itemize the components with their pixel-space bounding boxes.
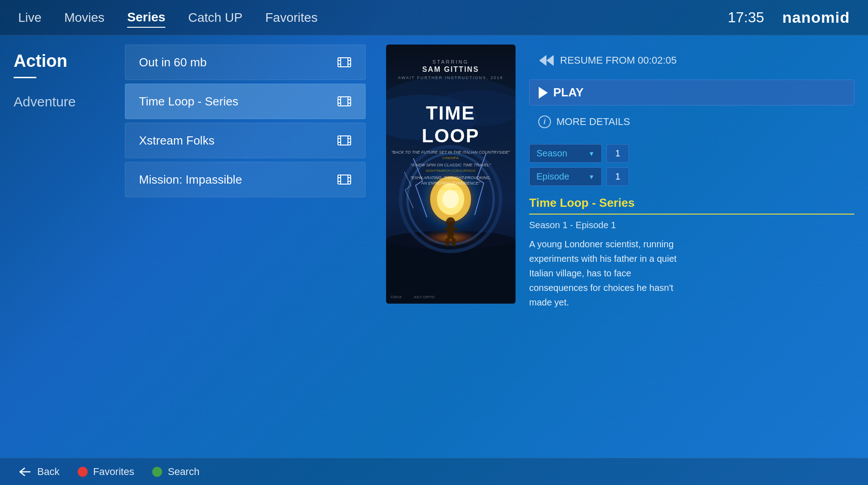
- episode-chevron-icon: ▼: [588, 173, 595, 180]
- green-dot-icon: [152, 467, 162, 477]
- footer-favorites[interactable]: Favorites: [78, 466, 134, 478]
- svg-text:"EXHILARATING, THOUGHT-PROVOKI: "EXHILARATING, THOUGHT-PROVOKING,: [410, 175, 491, 180]
- resume-label: RESUME FROM 00:02:05: [560, 55, 677, 66]
- back-icon: [18, 466, 32, 477]
- film-icon-0: [337, 55, 352, 70]
- more-details-button[interactable]: i MORE DETAILS: [529, 111, 854, 133]
- nav-movies[interactable]: Movies: [64, 8, 104, 27]
- sidebar: Action Adventure: [0, 35, 118, 458]
- nav-series[interactable]: Series: [127, 8, 165, 28]
- footer-search[interactable]: Search: [152, 466, 199, 478]
- poster-container: STARRING SAM GITTINS AWAIT FURTHER INSTR…: [386, 45, 516, 304]
- svg-marker-61: [539, 55, 546, 66]
- play-button[interactable]: PLAY: [529, 80, 854, 105]
- nav-live[interactable]: Live: [18, 8, 41, 27]
- svg-rect-45: [446, 238, 449, 246]
- footer: Back Favorites Search: [0, 458, 868, 485]
- svg-text:TIME: TIME: [426, 102, 475, 124]
- details-panel: RESUME FROM 00:02:05 PLAY i MORE DETAILS…: [529, 45, 854, 310]
- logo: nanomid: [782, 9, 850, 26]
- svg-rect-42: [447, 225, 454, 239]
- svg-rect-46: [452, 238, 456, 246]
- clock: 17:35: [728, 9, 764, 26]
- svg-text:AWAIT FURTHER INSTRUCTIONS, 20: AWAIT FURTHER INSTRUCTIONS, 2018: [398, 75, 503, 80]
- episode-value: 1: [606, 167, 629, 186]
- svg-marker-62: [546, 55, 554, 66]
- header: Live Movies Series Catch UP Favorites 17…: [0, 0, 868, 35]
- more-details-label: MORE DETAILS: [556, 116, 630, 128]
- svg-rect-43: [443, 228, 449, 230]
- rewind-icon: [538, 52, 555, 69]
- episode-dropdown-label: Episode: [536, 171, 569, 182]
- series-item-label-2: Xstream Folks: [139, 134, 214, 148]
- poster-area: STARRING SAM GITTINS AWAIT FURTHER INSTR…: [372, 35, 868, 458]
- svg-rect-7: [338, 97, 351, 106]
- favorites-label: Favorites: [93, 466, 134, 478]
- season-chevron-icon: ▼: [588, 150, 595, 157]
- info-icon: i: [538, 115, 551, 128]
- sidebar-item-action[interactable]: Action: [9, 49, 109, 73]
- svg-text:NIGHTMARCH CONJURINGS: NIGHTMARCH CONJURINGS: [426, 169, 475, 173]
- film-icon-1: [337, 94, 352, 109]
- svg-text:"BACK TO THE FUTURE SET IN THE: "BACK TO THE FUTURE SET IN THE ITALIAN C…: [392, 150, 511, 155]
- svg-text:JOLT CRITIC: JOLT CRITIC: [413, 295, 435, 299]
- season-value: 1: [606, 144, 629, 163]
- svg-text:CINEMPA: CINEMPA: [442, 156, 459, 160]
- dropdowns-container: Season ▼ 1 Episode ▼ 1: [529, 144, 854, 186]
- season-dropdown-label: Season: [536, 148, 567, 159]
- nav-bar: Live Movies Series Catch UP Favorites: [18, 8, 317, 28]
- season-dropdown[interactable]: Season ▼: [529, 144, 602, 163]
- season-row: Season ▼ 1: [529, 144, 854, 163]
- svg-rect-14: [338, 136, 351, 145]
- red-dot-icon: [78, 467, 88, 477]
- svg-point-41: [446, 217, 455, 226]
- svg-text:©2019: ©2019: [391, 295, 402, 299]
- series-item-label-1: Time Loop - Series: [139, 95, 238, 109]
- nav-catchup[interactable]: Catch UP: [188, 8, 243, 27]
- play-icon: [539, 87, 548, 99]
- film-icon-2: [337, 133, 352, 148]
- series-item-label-3: Mission: Impassible: [139, 173, 242, 187]
- series-item-1[interactable]: Time Loop - Series: [125, 84, 366, 119]
- svg-text:JOLT CRITIC: JOLT CRITIC: [440, 187, 461, 191]
- episode-info: Season 1 - Episode 1: [529, 220, 854, 230]
- svg-point-39: [442, 190, 459, 208]
- resume-button[interactable]: RESUME FROM 00:02:05: [529, 47, 854, 74]
- main-content: Action Adventure Out in 60 mb Time Loop …: [0, 35, 868, 458]
- series-item-label-0: Out in 60 mb: [139, 55, 207, 70]
- film-icon-3: [337, 172, 352, 187]
- svg-text:STARRING: STARRING: [432, 59, 469, 65]
- search-label: Search: [168, 466, 199, 478]
- description: A young Londoner scientist, running expe…: [529, 237, 688, 310]
- series-list: Out in 60 mb Time Loop - Series: [118, 35, 372, 458]
- poster-image: STARRING SAM GITTINS AWAIT FURTHER INSTR…: [386, 45, 516, 304]
- back-label: Back: [37, 466, 60, 478]
- svg-text:"A NEW SPIN ON CLASSIC TIME TR: "A NEW SPIN ON CLASSIC TIME TRAVEL": [410, 163, 491, 167]
- episode-dropdown[interactable]: Episode ▼: [529, 167, 602, 186]
- svg-text:SAM GITTINS: SAM GITTINS: [422, 65, 479, 73]
- sidebar-item-adventure[interactable]: Adventure: [9, 92, 109, 112]
- nav-favorites[interactable]: Favorites: [265, 8, 317, 27]
- svg-rect-0: [338, 58, 351, 67]
- episode-row: Episode ▼ 1: [529, 167, 854, 186]
- series-item-2[interactable]: Xstream Folks: [125, 123, 366, 158]
- series-item-3[interactable]: Mission: Impassible: [125, 162, 366, 197]
- sidebar-active-underline: [14, 77, 36, 78]
- svg-text:LOOP: LOOP: [422, 125, 479, 146]
- svg-rect-21: [338, 175, 351, 184]
- series-title: Time Loop - Series: [529, 196, 854, 215]
- footer-back[interactable]: Back: [18, 466, 60, 478]
- series-item-0[interactable]: Out in 60 mb: [125, 45, 366, 80]
- svg-rect-44: [453, 228, 458, 230]
- svg-text:AN ENRICHING EXPERIENCE": AN ENRICHING EXPERIENCE": [421, 181, 480, 185]
- play-label: PLAY: [553, 85, 584, 100]
